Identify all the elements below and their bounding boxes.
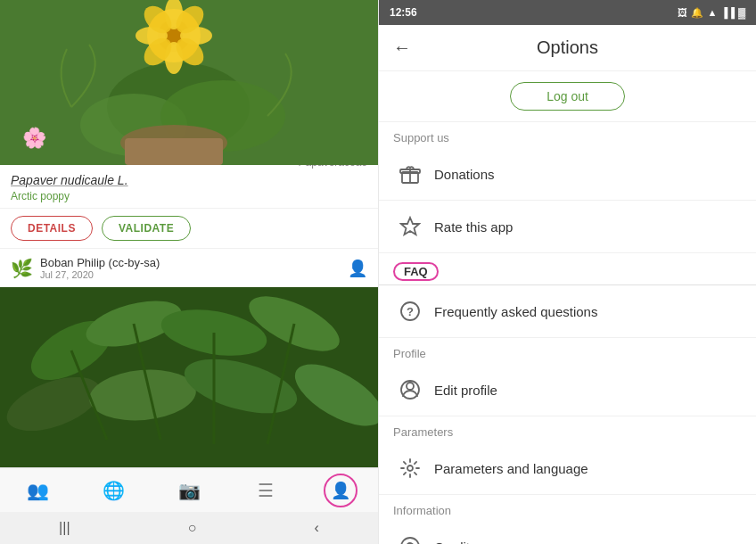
- plant-info: Papaver nudicaule L. Papaveraceae Arctic…: [0, 165, 378, 209]
- donations-menu-item[interactable]: Donations: [379, 148, 756, 201]
- donations-label: Donations: [434, 167, 495, 182]
- svg-text:?: ?: [407, 305, 414, 318]
- credit-date: Jul 27, 2020: [40, 269, 160, 280]
- right-panel: 12:56 🖼 🔔 ▲ ▐▐ ▓ ← Options Log out Suppo…: [378, 0, 756, 544]
- system-nav: ||| ○ ‹: [0, 512, 378, 544]
- svg-point-37: [407, 383, 414, 390]
- status-icons: 🖼 🔔 ▲ ▐▐ ▓: [678, 7, 745, 19]
- params-lang-label: Parameters and language: [434, 461, 588, 476]
- information-section-label: Information: [379, 495, 756, 521]
- credit-name: Boban Philip (cc-by-sa): [40, 256, 160, 269]
- svg-text:🌸: 🌸: [22, 126, 47, 150]
- back-arrow-button[interactable]: ←: [393, 37, 411, 58]
- parameters-section-label: Parameters: [379, 416, 756, 442]
- credits-menu-item[interactable]: Credits: [379, 521, 756, 544]
- star-icon: [393, 210, 427, 243]
- battery-icon: ▓: [738, 7, 745, 18]
- rate-menu-item[interactable]: Rate this app: [379, 201, 756, 253]
- edit-profile-label: Edit profile: [434, 383, 497, 398]
- plant-photo: 🌸: [0, 0, 378, 165]
- support-section-label: Support us: [379, 122, 756, 148]
- left-panel: 🌸 Papaver nudicaule L. Papaveraceae Arct…: [0, 0, 378, 544]
- action-buttons: DETAILS VALIDATE: [0, 209, 378, 249]
- people-nav-icon[interactable]: 👥: [21, 473, 56, 508]
- profile-nav-icon: 👤: [331, 481, 350, 500]
- edit-profile-menu-item[interactable]: Edit profile: [379, 364, 756, 416]
- plant-scientific-name: Papaver nudicaule L.: [11, 173, 128, 187]
- person-icon: [393, 373, 427, 407]
- plant-common-name: Arctic poppy: [11, 190, 367, 202]
- image-status-icon: 🖼: [678, 7, 687, 18]
- validate-button[interactable]: VALIDATE: [102, 216, 191, 241]
- home-button[interactable]: ○: [188, 520, 197, 536]
- wifi-icon: ▲: [707, 7, 717, 18]
- second-plant-photo: [0, 287, 378, 467]
- status-time: 12:56: [390, 6, 417, 19]
- photo-credit: 🌿 Boban Philip (cc-by-sa) Jul 27, 2020 👤: [0, 249, 378, 287]
- gear-icon: [393, 451, 427, 485]
- svg-point-39: [407, 466, 413, 471]
- gift-icon: [393, 157, 427, 191]
- faq-section-divider: FAQ: [379, 253, 756, 285]
- faq-section-label: FAQ: [379, 253, 756, 284]
- status-bar: 12:56 🖼 🔔 ▲ ▐▐ ▓: [379, 0, 756, 25]
- alarm-icon: 🔔: [691, 7, 703, 19]
- credits-label: Credits: [434, 540, 477, 545]
- back-button[interactable]: ‹: [315, 520, 319, 536]
- signal-icon: ▐▐: [720, 7, 735, 18]
- menu-nav-icon[interactable]: ☰: [248, 473, 284, 508]
- credit-info: Boban Philip (cc-by-sa) Jul 27, 2020: [40, 256, 160, 280]
- params-menu-item[interactable]: Parameters and language: [379, 442, 756, 495]
- share-icon[interactable]: 👤: [348, 259, 367, 278]
- options-content: Log out Support us Donations Rate this a…: [379, 71, 756, 544]
- globe-nav-icon[interactable]: 🌐: [96, 473, 132, 508]
- faq-label: Frequently asked questions: [434, 304, 597, 319]
- options-header: ← Options: [379, 25, 756, 71]
- logout-button[interactable]: Log out: [510, 82, 625, 111]
- question-icon: ?: [393, 294, 427, 328]
- details-button[interactable]: DETAILS: [11, 216, 93, 241]
- svg-marker-34: [401, 218, 419, 235]
- credit-left: 🌿 Boban Philip (cc-by-sa) Jul 27, 2020: [11, 256, 160, 280]
- logout-section: Log out: [379, 71, 756, 122]
- camera-nav-icon[interactable]: 📷: [172, 473, 208, 508]
- bottom-nav: 👥 🌐 📷 ☰ 👤: [0, 467, 378, 512]
- svg-rect-16: [125, 138, 223, 165]
- copyright-icon: [393, 530, 427, 544]
- faq-menu-item[interactable]: ? Frequently asked questions: [379, 285, 756, 338]
- profile-section-label: Profile: [379, 338, 756, 364]
- plant-icon: 🌿: [11, 258, 33, 279]
- recents-button[interactable]: |||: [59, 520, 70, 536]
- options-title: Options: [425, 37, 710, 58]
- faq-badge: FAQ: [393, 262, 439, 281]
- rate-label: Rate this app: [434, 219, 513, 235]
- profile-nav-button[interactable]: 👤: [324, 474, 357, 507]
